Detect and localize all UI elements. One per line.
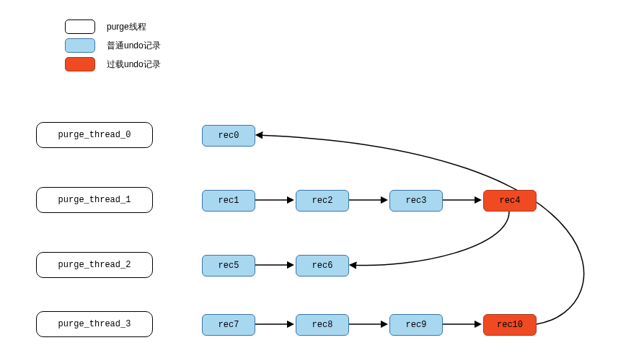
record-box: rec7 [202, 314, 255, 336]
legend-row: 过载undo记录 [65, 56, 161, 72]
legend-swatch-blue [65, 38, 95, 53]
record-box: rec8 [296, 314, 349, 336]
legend-label: 普通undo记录 [107, 40, 161, 52]
record-box: rec1 [202, 190, 255, 212]
thread-label: purge_thread_2 [58, 260, 131, 270]
record-box: rec9 [389, 314, 443, 336]
legend-swatch-red [65, 57, 95, 71]
record-label: rec5 [219, 261, 239, 271]
record-label: rec2 [312, 196, 333, 206]
record-label: rec7 [219, 320, 239, 330]
legend: purge线程 普通undo记录 过载undo记录 [65, 19, 161, 75]
purge-thread-box: purge_thread_2 [36, 252, 153, 278]
overload-record-box: rec10 [483, 314, 537, 336]
record-label: rec6 [312, 261, 333, 271]
legend-swatch-white [65, 19, 95, 34]
legend-row: 普通undo记录 [65, 38, 161, 53]
thread-label: purge_thread_3 [58, 319, 131, 329]
record-box: rec0 [202, 125, 255, 147]
record-label: rec8 [312, 320, 333, 330]
record-box: rec5 [202, 255, 255, 277]
thread-label: purge_thread_1 [58, 195, 131, 205]
overload-record-box: rec4 [483, 190, 537, 212]
record-label: rec4 [500, 196, 521, 206]
record-label: rec10 [497, 320, 523, 330]
record-box: rec6 [296, 255, 349, 277]
record-label: rec1 [219, 196, 239, 206]
purge-thread-box: purge_thread_0 [36, 122, 153, 148]
purge-thread-box: purge_thread_3 [36, 311, 153, 337]
legend-label: 过载undo记录 [107, 58, 161, 71]
record-label: rec9 [406, 320, 427, 330]
record-label: rec3 [406, 196, 427, 206]
legend-label: purge线程 [107, 21, 146, 33]
legend-row: purge线程 [65, 19, 161, 35]
thread-label: purge_thread_0 [58, 130, 131, 140]
record-box: rec2 [296, 190, 349, 212]
record-label: rec0 [219, 131, 239, 141]
purge-thread-box: purge_thread_1 [36, 187, 153, 213]
record-box: rec3 [389, 190, 443, 212]
